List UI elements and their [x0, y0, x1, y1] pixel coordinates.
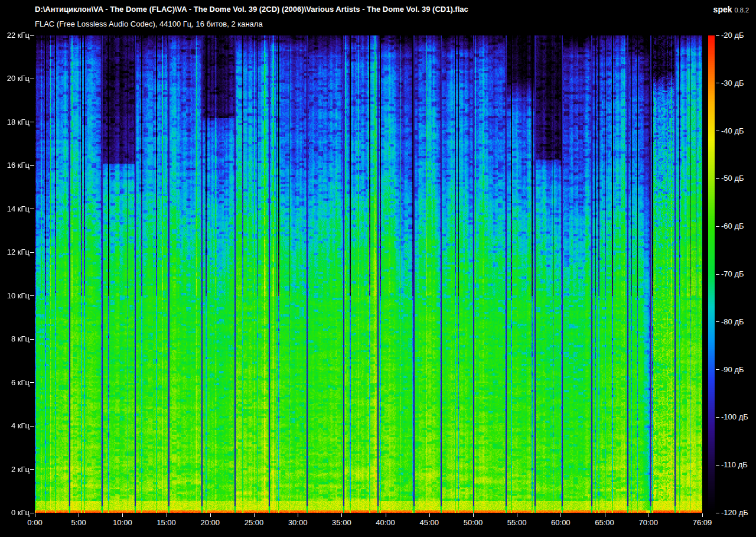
x-axis-label: 25:00 [235, 518, 273, 527]
x-axis-tick [254, 513, 255, 517]
x-axis-label: 0:00 [16, 518, 54, 527]
y-axis-label: 8 кГц [0, 334, 30, 343]
x-axis-tick [429, 513, 430, 517]
x-axis-tick [702, 513, 703, 517]
y-axis-label: 0 кГц [0, 508, 30, 517]
x-axis-label: 65:00 [586, 518, 624, 527]
x-axis-tick [605, 513, 605, 517]
db-axis-tick [716, 35, 719, 36]
spek-window: D:\Антициклон\VA - The Dome (FLAC)\VA - … [0, 0, 756, 537]
y-axis-tick [30, 252, 34, 253]
db-axis-label: -60 дБ [721, 222, 744, 230]
stream-info-subtitle: FLAC (Free Lossless Audio Codec), 44100 … [35, 19, 263, 28]
db-axis-label: -70 дБ [721, 269, 744, 278]
x-axis-label: 60:00 [542, 518, 579, 527]
y-axis-tick [30, 35, 34, 36]
y-axis-tick [30, 513, 34, 513]
db-axis-label: -90 дБ [721, 365, 744, 374]
y-axis-label: 6 кГц [0, 378, 30, 387]
x-axis-label: 55:00 [498, 518, 536, 527]
y-axis-label: 18 кГц [0, 118, 30, 126]
db-axis-tick [716, 131, 719, 131]
colorbar-canvas [708, 35, 715, 513]
app-brand: spek0.8.2 [713, 5, 749, 14]
y-axis-tick [30, 165, 34, 166]
spectrogram-canvas [35, 35, 702, 513]
db-axis-label: -40 дБ [721, 126, 744, 135]
x-axis-label: 20:00 [191, 518, 229, 527]
y-axis-label: 20 кГц [0, 74, 30, 83]
db-axis-label: -50 дБ [721, 174, 744, 183]
y-axis-tick [30, 122, 34, 122]
app-logo: spek [713, 5, 732, 14]
db-axis-label: -100 дБ [721, 412, 748, 421]
app-version: 0.8.2 [735, 6, 749, 14]
db-axis-tick [716, 465, 719, 466]
x-axis-tick [649, 513, 649, 517]
x-axis-label: 50:00 [454, 518, 492, 527]
x-axis-tick [473, 513, 474, 517]
x-axis-tick [341, 513, 342, 517]
db-axis-tick [716, 274, 719, 275]
db-axis-tick [716, 178, 719, 179]
db-axis-label: -30 дБ [721, 79, 744, 87]
x-axis-label: 45:00 [410, 518, 448, 527]
y-axis-label: 14 кГц [0, 204, 30, 213]
x-axis-label: 76:09 [683, 518, 721, 527]
file-path-title: D:\Антициклон\VA - The Dome (FLAC)\VA - … [35, 5, 468, 14]
x-axis-label: 40:00 [367, 518, 405, 527]
db-axis-tick [716, 83, 719, 83]
db-axis-label: -80 дБ [721, 317, 744, 326]
x-axis-label: 10:00 [103, 518, 141, 527]
y-axis-label: 16 кГц [0, 161, 30, 170]
db-axis-tick [716, 417, 719, 418]
y-axis-tick [30, 469, 34, 470]
x-axis-label: 5:00 [60, 518, 97, 527]
x-axis-tick [298, 513, 298, 517]
y-axis-tick [30, 339, 34, 340]
y-axis-label: 22 кГц [0, 31, 30, 40]
x-axis-label: 70:00 [630, 518, 667, 527]
y-axis-tick [30, 295, 34, 296]
x-axis-tick [35, 513, 35, 517]
db-axis-tick [716, 369, 719, 370]
y-axis-label: 10 кГц [0, 291, 30, 300]
x-axis-label: 15:00 [148, 518, 185, 527]
db-axis-tick [716, 226, 719, 227]
db-axis-label: -110 дБ [721, 460, 748, 469]
x-axis-tick [517, 513, 517, 517]
x-axis-label: 30:00 [279, 518, 317, 527]
x-axis-label: 35:00 [322, 518, 360, 527]
y-axis-label: 12 кГц [0, 248, 30, 256]
db-axis-tick [716, 321, 719, 322]
db-axis-tick [716, 513, 719, 513]
y-axis-label: 4 кГц [0, 421, 30, 430]
db-axis-label: -20 дБ [721, 31, 744, 40]
y-axis-tick [30, 79, 34, 79]
y-axis-tick [30, 209, 34, 209]
db-axis-label: -120 дБ [721, 508, 748, 517]
y-axis-tick [30, 382, 34, 383]
x-axis-tick [210, 513, 211, 517]
y-axis-label: 2 кГц [0, 465, 30, 474]
y-axis-tick [30, 426, 34, 427]
x-axis-tick [167, 513, 167, 517]
x-axis-tick [386, 513, 386, 517]
x-axis-tick [122, 513, 123, 517]
x-axis-tick [561, 513, 561, 517]
x-axis-tick [79, 513, 79, 517]
